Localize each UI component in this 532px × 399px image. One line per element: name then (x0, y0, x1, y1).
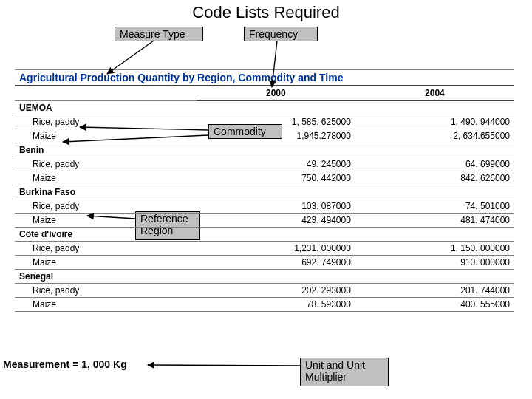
commodity-name: Rice, paddy (15, 200, 197, 214)
region-name: Senegal (15, 270, 514, 284)
commodity-name: Rice, paddy (15, 284, 197, 298)
svg-line-5 (148, 365, 300, 366)
measurement-footnote: Measurement = 1, 000 Kg (3, 358, 127, 370)
commodity-name: Rice, paddy (15, 115, 197, 129)
year-col-1: 2004 (355, 86, 514, 100)
commodity-name: Rice, paddy (15, 242, 197, 256)
value-2000: 78. 593000 (197, 298, 355, 312)
value-2004: 1, 150. 000000 (355, 242, 514, 256)
annotation-unit-multiplier: Unit and Unit Multiplier (300, 358, 389, 386)
value-2000: 49. 245000 (197, 157, 355, 171)
region-name: Burkina Faso (15, 185, 514, 200)
value-2000: 692. 749000 (197, 256, 355, 270)
value-2000: 1, 585. 625000 (197, 115, 355, 129)
value-2000: 202. 293000 (197, 284, 355, 298)
year-col-0: 2000 (197, 86, 355, 100)
annotation-measure-type: Measure Type (115, 27, 203, 41)
region-name: Benin (15, 143, 514, 157)
value-2004: 481. 474000 (355, 214, 514, 228)
region-name: UEMOA (15, 100, 514, 115)
value-2000: 750. 442000 (197, 171, 355, 185)
value-2004: 64. 699000 (355, 157, 514, 171)
value-2004: 842. 626000 (355, 171, 514, 185)
commodity-name: Maize (15, 256, 197, 270)
production-table: Agricultural Production Quantity by Regi… (15, 69, 514, 312)
value-2004: 910. 000000 (355, 256, 514, 270)
value-2004: 74. 501000 (355, 200, 514, 214)
page-title: Code Lists Required (0, 3, 532, 22)
commodity-name: Maize (15, 171, 197, 185)
commodity-name: Rice, paddy (15, 157, 197, 171)
value-2000: 423. 494000 (197, 214, 355, 228)
table-title: Agricultural Production Quantity by Regi… (15, 70, 514, 86)
region-name: Côte d'Ivoire (15, 228, 514, 242)
value-2004: 1, 490. 944000 (355, 115, 514, 129)
value-2004: 400. 555000 (355, 298, 514, 312)
year-blank (15, 86, 197, 100)
value-2000: 1,231. 000000 (197, 242, 355, 256)
value-2004: 201. 744000 (355, 284, 514, 298)
commodity-name: Maize (15, 129, 197, 143)
value-2004: 2, 634.655000 (355, 129, 514, 143)
annotation-frequency: Frequency (244, 27, 318, 41)
commodity-name: Maize (15, 298, 197, 312)
value-2000: 103. 087000 (197, 200, 355, 214)
commodity-name: Maize (15, 214, 197, 228)
value-2000: 1,945.278000 (197, 129, 355, 143)
